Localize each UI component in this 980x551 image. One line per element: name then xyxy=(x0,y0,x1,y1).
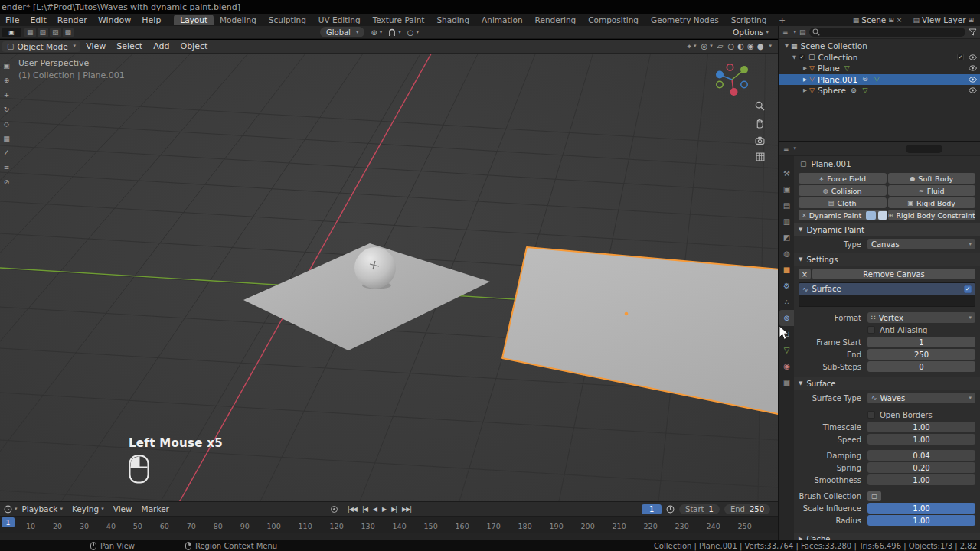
playhead[interactable]: 1 xyxy=(2,517,15,533)
panel-settings[interactable]: ▼ Settings xyxy=(794,253,980,266)
collection-checkbox[interactable]: ✓ xyxy=(799,54,805,60)
dynamic-paint-button-active[interactable]: × Dynamic Paint xyxy=(799,210,887,220)
workspace-tab-rendering[interactable]: Rendering xyxy=(529,15,583,25)
auto-keyframe-button[interactable] xyxy=(331,506,338,513)
workspace-tab-compositing[interactable]: Compositing xyxy=(582,15,645,25)
soft-body-button[interactable]: ● Soft Body xyxy=(888,173,976,184)
viewport-scene[interactable] xyxy=(0,54,778,501)
tab-material[interactable]: ◉ xyxy=(779,358,794,374)
select-mode-intersect-icon[interactable]: ▩ xyxy=(63,28,74,37)
collision-button[interactable]: ◍ Collision xyxy=(799,185,887,196)
jump-to-end-button[interactable]: ▶▶| xyxy=(402,506,411,513)
outliner-row-sphere[interactable]: ▶ ▽ Sphere ⊚ ▽ xyxy=(779,85,980,96)
viewport-menu-add[interactable]: Add xyxy=(148,41,175,51)
active-tool-select-box[interactable]: ▣ xyxy=(2,28,21,37)
timeline-menu-keying[interactable]: Keying ▾ xyxy=(67,504,109,514)
open-borders-checkbox[interactable] xyxy=(867,411,875,419)
tool-select-box-icon[interactable]: ▣ xyxy=(3,63,10,70)
frame-end-field[interactable]: End 250 xyxy=(724,504,770,514)
spring-slider[interactable]: 0.20 xyxy=(867,462,975,473)
collection-exclude-checkbox[interactable]: ✓ xyxy=(957,54,964,60)
mode-dropdown[interactable]: ▢ Object Mode ▾ xyxy=(2,41,80,52)
tab-tool[interactable]: ⚒ xyxy=(779,165,794,181)
plane-001-object-selected[interactable] xyxy=(502,247,778,421)
tool-transform-icon[interactable]: ▦ xyxy=(3,135,10,142)
workspace-tab-texture-paint[interactable]: Texture Paint xyxy=(367,15,431,25)
current-frame-field[interactable]: 1 xyxy=(642,504,662,514)
options-dropdown[interactable]: Options ▾ xyxy=(733,28,769,37)
workspace-tab-geometry-nodes[interactable]: Geometry Nodes xyxy=(645,15,725,25)
zoom-icon[interactable] xyxy=(755,101,765,111)
snap-dropdown[interactable]: ▾ xyxy=(388,28,401,37)
proportional-edit-dropdown[interactable]: ○ ▾ xyxy=(407,28,419,37)
hide-eye-icon[interactable] xyxy=(969,77,977,83)
gizmo-y-axis[interactable] xyxy=(740,66,748,73)
menu-render[interactable]: Render xyxy=(52,15,93,25)
gizmo-z-axis[interactable] xyxy=(716,71,724,79)
preview-range-clock-icon[interactable] xyxy=(666,505,675,514)
sphere-brush-object[interactable] xyxy=(354,247,396,289)
workspace-tab-animation[interactable]: Animation xyxy=(475,15,529,25)
menu-help[interactable]: Help xyxy=(136,15,166,25)
frame-end-field[interactable]: 250 xyxy=(867,349,975,360)
dp-render-toggle-icon[interactable] xyxy=(866,211,876,220)
rigid-body-constraint-button[interactable]: ⊞ Rigid Body Constraint xyxy=(888,210,976,220)
tool-measure-icon[interactable]: ≡ xyxy=(4,165,10,171)
viewport-3d[interactable]: ▣ ⊕ + ↻ ◇ ▦ ∠ ≡ ⊘ User Perspective (1) C… xyxy=(0,54,778,501)
hide-eye-icon[interactable] xyxy=(969,54,977,60)
scale-influence-slider[interactable]: 1.00 xyxy=(867,503,975,514)
new-scene-icon[interactable]: ⊞ xyxy=(888,16,894,24)
tool-scale-icon[interactable]: ◇ xyxy=(4,121,9,128)
navigation-gizmo[interactable] xyxy=(710,58,753,101)
orientation-dropdown[interactable]: Global ▾ xyxy=(320,27,364,37)
editor-type-icon[interactable]: ≡ xyxy=(782,28,789,36)
outliner-row-collection[interactable]: ▼ ✓ ▢ Collection ✓ xyxy=(779,52,980,64)
filter-funnel-icon[interactable] xyxy=(969,28,977,36)
disclosure-icon[interactable]: ▼ xyxy=(782,43,791,49)
workspace-tab-sculpting[interactable]: Sculpting xyxy=(263,15,312,25)
add-workspace-button[interactable]: + xyxy=(773,15,792,25)
surface-list[interactable]: ∿ Surface ✓ xyxy=(799,282,975,307)
fluid-button[interactable]: ≈ Fluid xyxy=(888,185,976,196)
brush-collection-picker[interactable]: ▢ xyxy=(867,491,881,501)
tool-move-icon[interactable]: + xyxy=(4,92,10,99)
frame-start-field[interactable]: 1 xyxy=(867,337,975,347)
outliner-row-plane-001-selected[interactable]: ▶ ▽ Plane.001 ⊚ ▽ xyxy=(779,74,980,86)
tab-render[interactable]: ▣ xyxy=(779,181,794,197)
disclosure-icon[interactable]: ▶ xyxy=(801,65,809,71)
timeline-ruler[interactable]: 1 1020 3040 5060 7080 90100 110120 13014… xyxy=(0,517,778,533)
disclosure-icon[interactable]: ▶ xyxy=(801,87,809,93)
shading-solid-icon[interactable]: ◐ xyxy=(737,43,744,51)
outliner-row-scene-collection[interactable]: ▼ ▦ Scene Collection xyxy=(779,41,980,52)
delete-canvas-x-button[interactable]: × xyxy=(799,269,811,279)
xray-toggle-icon[interactable]: ▱ xyxy=(717,43,724,51)
select-mode-subtract-icon[interactable]: ▨ xyxy=(50,28,61,37)
pivot-dropdown[interactable]: ⊚ ▾ xyxy=(371,28,382,37)
play-reverse-button[interactable]: ◀ xyxy=(373,506,377,513)
panel-cache[interactable]: ▶ Cache xyxy=(794,533,980,540)
display-mode-icon[interactable]: ▤ xyxy=(799,28,806,36)
hide-eye-icon[interactable] xyxy=(969,87,977,93)
viewport-menu-object[interactable]: Object xyxy=(175,41,213,51)
tab-object-data[interactable]: ▽ xyxy=(779,342,794,358)
panel-surface[interactable]: ▼ Surface xyxy=(794,377,980,390)
dp-type-dropdown[interactable]: Canvas ▾ xyxy=(867,239,975,249)
surface-enable-checkbox[interactable]: ✓ xyxy=(964,285,972,293)
timeline-menu-view[interactable]: View xyxy=(109,504,137,514)
overlays-dropdown[interactable]: ◎ ▾ xyxy=(701,43,713,51)
cloth-button[interactable]: ▤ Cloth xyxy=(799,197,887,208)
damping-slider[interactable]: 0.04 xyxy=(867,450,975,461)
substeps-field[interactable]: 0 xyxy=(867,361,975,372)
menu-file[interactable]: File xyxy=(0,15,24,25)
shading-rendered-icon[interactable]: ● xyxy=(757,43,764,51)
workspace-tab-shading[interactable]: Shading xyxy=(430,15,475,25)
tool-cursor-icon[interactable]: ⊕ xyxy=(4,77,10,84)
shading-wireframe-icon[interactable]: ○ xyxy=(728,43,735,51)
format-dropdown[interactable]: ∷ Vertex ▾ xyxy=(867,312,975,323)
tab-world[interactable]: ◍ xyxy=(779,246,794,262)
tab-output[interactable]: ▤ xyxy=(779,197,794,214)
menu-window[interactable]: Window xyxy=(93,15,136,25)
disclosure-icon[interactable]: ▼ xyxy=(790,54,799,60)
properties-search-input[interactable] xyxy=(906,145,942,153)
viewport-menu-view[interactable]: View xyxy=(80,41,111,51)
